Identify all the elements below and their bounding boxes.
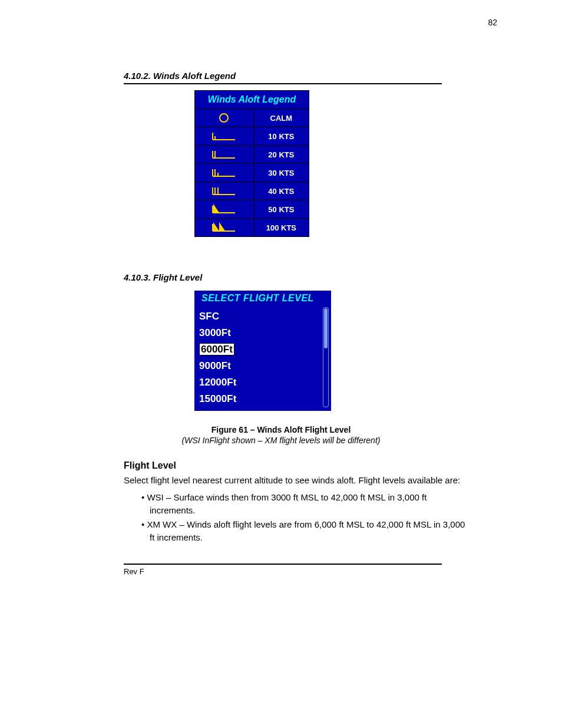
flight-level-option[interactable]: 6000Ft (194, 341, 318, 358)
wind-barb-icon (195, 127, 254, 146)
legend-row: 100 KTS (195, 219, 309, 237)
figure-caption-note: (WSI InFlight shown – XM flight levels w… (59, 436, 503, 445)
footer-rev: Rev F (124, 567, 503, 576)
wind-barb-icon (195, 109, 254, 127)
bullet-item: XM WX – Winds aloft flight levels are fr… (141, 518, 468, 544)
wind-barb-icon (195, 219, 254, 237)
flight-level-option[interactable]: SFC (194, 308, 318, 325)
legend-label: 20 KTS (253, 146, 309, 164)
legend-label: 50 KTS (253, 200, 309, 219)
select-flight-level-panel: SELECT FLIGHT LEVEL SFC3000Ft6000Ft9000F… (194, 291, 331, 411)
bullet-item: WSI – Surface winds then from 3000 ft MS… (141, 491, 468, 517)
legend-row: CALM (195, 109, 309, 127)
footer-rule (124, 564, 442, 565)
wind-barb-icon (195, 182, 254, 200)
svg-point-0 (220, 114, 228, 122)
wind-barb-icon (195, 200, 254, 219)
flight-level-option[interactable]: 9000Ft (194, 358, 318, 374)
flight-level-heading: Flight Level (124, 460, 503, 471)
flight-level-title: SELECT FLIGHT LEVEL (194, 291, 331, 308)
legend-label: 40 KTS (253, 182, 309, 200)
winds-aloft-legend: Winds Aloft Legend CALM 10 KTS 20 KTS 30… (194, 90, 309, 237)
wind-barb-icon (195, 164, 254, 182)
legend-label: 10 KTS (253, 127, 309, 146)
svg-marker-17 (214, 206, 219, 213)
legend-row: 10 KTS (195, 127, 309, 146)
legend-row: 40 KTS (195, 182, 309, 200)
legend-row: 20 KTS (195, 146, 309, 164)
legend-label: 30 KTS (253, 164, 309, 182)
flight-level-option[interactable]: 12000Ft (194, 374, 318, 391)
legend-title: Winds Aloft Legend (195, 91, 309, 109)
figure-caption: Figure 61 – Winds Aloft Flight Level (WS… (59, 425, 503, 445)
flight-level-option[interactable]: 3000Ft (194, 325, 318, 341)
legend-row: 50 KTS (195, 200, 309, 219)
flight-level-body: Select flight level nearest current alti… (124, 475, 468, 486)
wind-barb-icon (195, 146, 254, 164)
legend-label: 100 KTS (253, 219, 309, 237)
svg-marker-20 (214, 224, 219, 231)
page-number: 82 (488, 18, 497, 27)
svg-marker-21 (220, 224, 224, 231)
legend-label: CALM (253, 109, 309, 127)
legend-rule (124, 83, 442, 84)
flight-level-section-title: 4.10.3. Flight Level (124, 272, 503, 282)
flight-level-scrollbar[interactable] (323, 307, 329, 407)
legend-row: 30 KTS (195, 164, 309, 182)
legend-section-title: 4.10.2. Winds Aloft Legend (124, 71, 503, 81)
flight-level-option[interactable]: 15000Ft (194, 391, 318, 407)
